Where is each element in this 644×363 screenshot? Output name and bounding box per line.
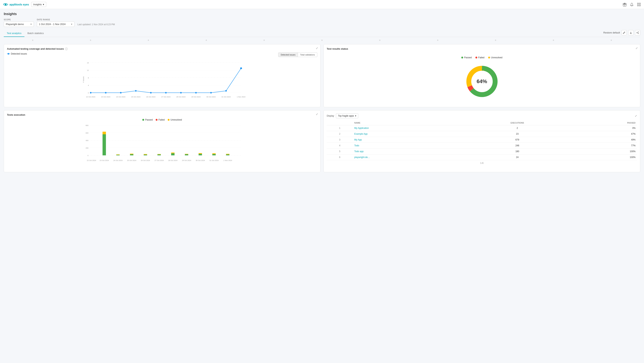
svg-point-8: [638, 32, 639, 32]
add-col-10[interactable]: +: [524, 39, 582, 42]
download-icon-btn[interactable]: [628, 30, 634, 35]
logo: applitools eyes: [3, 2, 29, 7]
edit-icon-btn[interactable]: [622, 30, 627, 35]
bar-28oct-passed: [171, 153, 175, 155]
app-link[interactable]: Example App: [354, 133, 368, 135]
date-range-select[interactable]: 1 Oct 2024 - 1 Nov 2024 ▾: [37, 22, 74, 27]
bar-26oct-passed: [144, 155, 147, 155]
svg-rect-4: [638, 3, 638, 4]
svg-text:30 Oct 2024: 30 Oct 2024: [206, 96, 216, 98]
exec-legend-failed: Failed: [156, 119, 165, 121]
row-passed-pct: 100%: [568, 154, 637, 160]
svg-text:28 Oct 2024: 28 Oct 2024: [168, 160, 178, 161]
execution-bar-chart: 0 200 400 600 800: [7, 123, 317, 169]
fragile-expand-icon[interactable]: ⤢: [635, 114, 637, 117]
table-pagination: 1-6: [327, 160, 637, 166]
display-select[interactable]: Top fragile apps ▾: [336, 113, 358, 118]
tabs: Test analytics Batch statistics: [4, 30, 47, 37]
data-point-2: [105, 92, 106, 94]
app-link[interactable]: Todo: [354, 144, 359, 147]
data-point-4: [135, 90, 137, 92]
app-link[interactable]: playwright-de…: [354, 156, 370, 159]
date-range-filter: DATE RANGE 1 Oct 2024 - 1 Nov 2024 ▾: [37, 19, 74, 27]
add-col-5[interactable]: +: [235, 39, 293, 42]
bell-icon[interactable]: [630, 3, 634, 7]
display-label: Display: [327, 115, 334, 117]
svg-text:24 Oct 2024: 24 Oct 2024: [113, 160, 122, 161]
bar-29oct-passed: [185, 154, 188, 155]
restore-icons: [622, 30, 640, 35]
svg-text:22 Oct 2024: 22 Oct 2024: [86, 96, 95, 98]
row-passed-pct: 100%: [568, 149, 637, 154]
restore-default-area: Restore default: [604, 30, 640, 37]
data-point-5: [150, 92, 152, 94]
coverage-expand-icon[interactable]: ⤢: [316, 47, 318, 50]
add-col-9[interactable]: +: [467, 39, 525, 42]
app-link[interactable]: My App: [354, 138, 362, 141]
row-name[interactable]: Todo: [353, 143, 467, 149]
row-executions: 180: [467, 149, 568, 154]
bar-26oct-unresolved: [144, 154, 147, 155]
tab-batch-statistics[interactable]: Batch statistics: [24, 30, 47, 37]
insights-dropdown[interactable]: Insights ▾: [31, 2, 46, 7]
table-row: 1 My Application 2 0%: [327, 125, 637, 131]
logo-text: applitools eyes: [10, 3, 29, 6]
row-executions: 23: [467, 131, 568, 137]
scope-label: SCOPE: [4, 19, 34, 21]
row-name[interactable]: Example App: [353, 131, 467, 137]
tabs-row: Test analytics Batch statistics Restore …: [4, 30, 640, 37]
svg-text:800: 800: [86, 125, 88, 126]
data-point-1: [90, 92, 92, 94]
add-col-6[interactable]: +: [293, 39, 351, 42]
row-name[interactable]: playwright-de…: [353, 154, 467, 160]
row-name[interactable]: Todo app: [353, 149, 467, 154]
coverage-toggle-group: Detected issues Total validations: [278, 53, 317, 57]
gift-icon[interactable]: [622, 3, 627, 7]
restore-default-label: Restore default: [604, 31, 620, 34]
exec-passed-dot-icon: [142, 119, 144, 121]
exec-unresolved-dot-icon: [168, 119, 170, 121]
add-col-11[interactable]: +: [582, 39, 640, 42]
toggle-total-btn[interactable]: Total validations: [298, 53, 317, 57]
page-title: Insights: [4, 12, 640, 16]
tab-test-analytics[interactable]: Test analytics: [4, 30, 24, 37]
legend-unresolved: Unresolved: [488, 56, 502, 59]
toggle-detected-btn[interactable]: Detected issues: [278, 53, 298, 57]
legend-failed: Failed: [476, 56, 484, 59]
bar-30oct-unresolved: [199, 153, 202, 154]
add-col-2[interactable]: +: [62, 39, 120, 42]
row-name[interactable]: My Application: [353, 125, 467, 131]
share-icon-btn[interactable]: [635, 30, 640, 35]
legend-passed: Passed: [461, 56, 472, 59]
bar-27oct-passed: [158, 154, 161, 155]
execution-expand-icon[interactable]: ⤢: [316, 113, 318, 116]
svg-text:600: 600: [86, 132, 88, 134]
svg-point-10: [638, 33, 639, 34]
donut-svg-wrapper: 64%: [463, 63, 501, 100]
test-results-expand-icon[interactable]: ⤢: [636, 47, 638, 50]
grid-icon[interactable]: [637, 3, 641, 7]
row-passed-pct: 77%: [568, 143, 637, 149]
last-updated: Last updated: 1 Nov 2024 at 6:23 PM: [78, 23, 115, 27]
info-icon[interactable]: i: [65, 48, 68, 50]
failed-dot-icon: [476, 57, 477, 59]
scope-select[interactable]: Playwright demo ▾: [4, 22, 34, 27]
coverage-chart-card: Automated testing coverage and detected …: [4, 44, 320, 107]
svg-rect-6: [638, 5, 638, 6]
add-col-1[interactable]: +: [4, 39, 62, 42]
row-passed-pct: 47%: [568, 131, 637, 137]
donut-container: Passed Failed Unresolved: [327, 53, 637, 104]
svg-text:0: 0: [88, 155, 88, 157]
app-link[interactable]: Todo app: [354, 150, 364, 153]
row-name[interactable]: My App: [353, 137, 467, 143]
add-col-4[interactable]: +: [177, 39, 235, 42]
add-col-7[interactable]: +: [351, 39, 409, 42]
app-link[interactable]: My Application: [354, 127, 369, 129]
add-col-8[interactable]: +: [409, 39, 467, 42]
detected-issues-line-icon: [7, 54, 10, 54]
row-passed-pct: 49%: [568, 137, 637, 143]
svg-text:# Issues: # Issues: [82, 76, 84, 83]
svg-text:25 Oct 2024: 25 Oct 2024: [131, 96, 140, 98]
svg-text:1 Nov 2024: 1 Nov 2024: [237, 96, 245, 98]
add-col-3[interactable]: +: [120, 39, 178, 42]
